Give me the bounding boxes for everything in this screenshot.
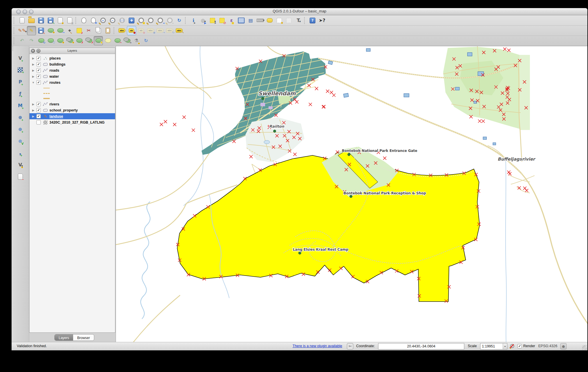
chevron-down-icon[interactable]: ▼ bbox=[503, 343, 507, 349]
split-features-button[interactable]: ✂ bbox=[113, 36, 122, 45]
select-by-expression-button[interactable]: ε■ bbox=[227, 16, 236, 25]
move-feature-button[interactable]: → bbox=[56, 26, 65, 35]
window-resize-grip[interactable] bbox=[582, 345, 587, 350]
delete-part-button[interactable]: ✗ bbox=[84, 36, 93, 45]
rotate-label-button[interactable]: abc↻ bbox=[165, 26, 174, 35]
layer-visibility-checkbox[interactable]: ✓ bbox=[36, 56, 41, 60]
measure-button[interactable]: ▼ bbox=[256, 16, 265, 25]
select-features-button[interactable]: ➤▼ bbox=[208, 16, 217, 25]
zoom-in-button[interactable]: + bbox=[98, 16, 108, 25]
layer-visibility-checkbox[interactable]: ✓ bbox=[36, 62, 41, 66]
open-project-button[interactable] bbox=[27, 16, 36, 25]
zoom-to-layer-button[interactable] bbox=[146, 16, 155, 25]
add-spatialite-layer-button[interactable]: ƒ+ bbox=[15, 89, 25, 98]
save-project-as-button[interactable]: ✎ bbox=[46, 16, 55, 25]
new-project-button[interactable] bbox=[17, 16, 27, 25]
offset-curve-button[interactable] bbox=[103, 36, 112, 45]
layer-visibility-checkbox[interactable]: ✓ bbox=[36, 114, 41, 118]
remove-layer-button[interactable]: − bbox=[15, 172, 25, 181]
add-feature-button[interactable]: ✱ bbox=[46, 26, 55, 35]
layer-expander-icon[interactable]: ▶ bbox=[31, 109, 35, 112]
layer-expander-icon[interactable]: ▶ bbox=[31, 75, 35, 78]
deselect-features-button[interactable]: ∅ bbox=[217, 16, 227, 25]
current-edits-button[interactable]: ✎✎▼ bbox=[17, 26, 27, 35]
composer-manager-button[interactable]: ≡ bbox=[65, 16, 74, 25]
merge-features-button[interactable]: ≈ bbox=[122, 36, 132, 45]
highlight-pinned-labels-button[interactable]: ab● bbox=[136, 26, 146, 35]
open-attribute-table-button[interactable] bbox=[236, 16, 246, 25]
new-bookmark-button[interactable]: ✱ bbox=[275, 16, 284, 25]
add-part-button[interactable]: ✱ bbox=[65, 36, 74, 45]
layer-labeling-options-button[interactable]: abc bbox=[117, 26, 127, 35]
tab-layers[interactable]: Layers bbox=[55, 334, 73, 341]
cut-features-button[interactable]: ✂ bbox=[84, 26, 93, 35]
identify-features-button[interactable]: ℹ➤ bbox=[189, 16, 198, 25]
simplify-feature-button[interactable]: ▽ bbox=[46, 36, 55, 45]
layer-row-school_property[interactable]: ▶✓school_property bbox=[29, 107, 115, 113]
add-wfs-layer-button[interactable]: ⊕V bbox=[15, 136, 25, 146]
zoom-next-button[interactable]: ▸ bbox=[165, 16, 174, 25]
zoom-to-selection-button[interactable]: ■ bbox=[136, 16, 146, 25]
scale-combobox[interactable]: 1:19951 ▼ bbox=[480, 343, 507, 349]
pin-unpin-labels-button[interactable]: ab● bbox=[127, 26, 136, 35]
crs-status-button[interactable]: ⊕ bbox=[560, 343, 567, 349]
pan-to-selection-button[interactable]: ✚ bbox=[89, 16, 98, 25]
help-button[interactable]: ? bbox=[308, 16, 317, 25]
layer-expander-icon[interactable]: ▼ bbox=[31, 81, 35, 84]
rotate-point-symbols-button[interactable]: ↻ bbox=[141, 36, 151, 45]
layer-row-landuse[interactable]: ▶✓✎landuse bbox=[29, 113, 115, 119]
undo-button[interactable]: ↶ bbox=[17, 36, 27, 45]
reshape-features-button[interactable]: ▼ bbox=[94, 36, 103, 45]
layer-visibility-checkbox[interactable]: ✓ bbox=[36, 102, 41, 106]
layer-visibility-checkbox[interactable] bbox=[36, 120, 41, 124]
toggle-editing-button[interactable]: ✎ bbox=[27, 26, 36, 35]
layer-expander-icon[interactable]: ▶ bbox=[31, 63, 35, 66]
zoom-last-button[interactable]: ◂ bbox=[156, 16, 165, 25]
rotate-feature-button[interactable]: ↻ bbox=[36, 36, 46, 45]
zoom-out-button[interactable]: − bbox=[108, 16, 117, 25]
whats-this-button[interactable]: ➤? bbox=[317, 16, 327, 25]
map-tips-button[interactable] bbox=[265, 16, 274, 25]
coordinate-input[interactable] bbox=[378, 343, 464, 349]
layer-expander-icon[interactable]: ▶ bbox=[31, 115, 35, 118]
layer-row-places[interactable]: ▶✓places bbox=[29, 55, 115, 61]
delete-ring-button[interactable]: ✗ bbox=[75, 36, 84, 45]
layer-expander-icon[interactable]: ▶ bbox=[31, 69, 35, 72]
zoom-full-button[interactable]: ✚ bbox=[127, 16, 136, 25]
add-mssql-layer-button[interactable]: M+ bbox=[15, 101, 25, 110]
redo-button[interactable]: ↷ bbox=[27, 36, 36, 45]
zoom-native-button[interactable]: 1:1 bbox=[117, 16, 127, 25]
paste-features-button[interactable] bbox=[103, 26, 112, 35]
layer-row-routes[interactable]: ▼✓routes bbox=[29, 79, 115, 85]
new-print-composer-button[interactable]: ✱ bbox=[56, 16, 65, 25]
save-layer-edits-button[interactable]: ✎ bbox=[36, 26, 46, 35]
add-wcs-layer-button[interactable]: ⊕+ bbox=[15, 124, 25, 134]
add-raster-layer-button[interactable]: + bbox=[15, 65, 25, 75]
add-ring-button[interactable]: ✱ bbox=[56, 36, 65, 45]
plugin-available-link[interactable]: There is a new plugin available bbox=[293, 344, 342, 348]
layer-row-rivers[interactable]: ▶✓rivers bbox=[29, 101, 115, 107]
add-wms-layer-button[interactable]: ⊕+ bbox=[15, 112, 25, 122]
show-bookmarks-button[interactable] bbox=[284, 16, 293, 25]
save-project-button[interactable] bbox=[36, 16, 46, 25]
node-tool-button[interactable]: ⌖✎ bbox=[65, 26, 74, 35]
render-checkbox[interactable]: ✓ bbox=[517, 344, 522, 348]
layer-visibility-checkbox[interactable]: ✓ bbox=[36, 80, 41, 85]
merge-attributes-button[interactable]: ⚗▪ bbox=[132, 36, 141, 45]
add-postgis-layer-button[interactable]: P+ bbox=[15, 77, 25, 87]
field-calculator-button[interactable]: ▤ bbox=[246, 16, 255, 25]
run-feature-action-button[interactable]: ◎▶▼ bbox=[198, 16, 208, 25]
layer-row-3420C_2010_327_RGB_LATLNG[interactable]: 3420C_2010_327_RGB_LATLNG bbox=[29, 119, 115, 125]
layer-visibility-checkbox[interactable]: ✓ bbox=[36, 74, 41, 79]
new-shapefile-layer-button[interactable]: V✱▼ bbox=[15, 160, 25, 170]
tab-browser[interactable]: Browser bbox=[73, 334, 94, 341]
layer-expander-icon[interactable]: ▶ bbox=[31, 103, 35, 106]
text-annotation-button[interactable]: T▼ bbox=[294, 16, 303, 25]
change-label-properties-button[interactable]: abc✎ bbox=[175, 26, 184, 35]
add-vector-layer-button[interactable]: V+ bbox=[15, 53, 25, 63]
copy-features-button[interactable] bbox=[94, 26, 103, 35]
layer-visibility-checkbox[interactable]: ✓ bbox=[36, 68, 41, 72]
layer-row-roads[interactable]: ▶✓roads bbox=[29, 67, 115, 73]
layer-expander-icon[interactable]: ▶ bbox=[31, 57, 35, 60]
move-label-button[interactable]: abc→ bbox=[156, 26, 165, 35]
